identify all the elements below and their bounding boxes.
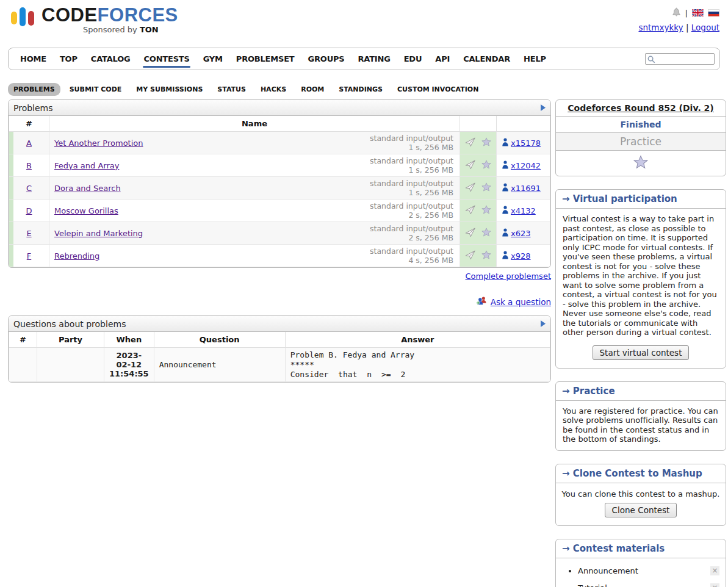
bell-icon[interactable] [672, 7, 681, 19]
star-icon[interactable] [633, 161, 648, 171]
problem-letter-link[interactable]: B [26, 161, 32, 170]
solved-count-link[interactable]: x15178 [511, 139, 541, 148]
subnav-item[interactable]: ROOM [295, 83, 330, 96]
problem-row: E Velepin and Marketing standard input/o… [9, 222, 550, 245]
solved-count-link[interactable]: x928 [511, 251, 531, 261]
problem-letter-link[interactable]: E [26, 229, 31, 238]
subnav-item[interactable]: PROBLEMS [8, 83, 60, 96]
close-icon[interactable]: × [710, 583, 719, 587]
star-icon[interactable] [481, 228, 491, 239]
problem-name-link[interactable]: Dora and Search [54, 184, 121, 193]
caption-arrow-icon[interactable] [541, 320, 546, 327]
problem-letter-link[interactable]: F [27, 251, 31, 261]
problem-name-link[interactable]: Moscow Gorillas [54, 206, 118, 215]
problem-letter-cell: D [9, 200, 49, 222]
virtual-caption: → Virtual participation [556, 190, 726, 209]
page-header: CODEFORCES Sponsored by TON | sntmxykky … [0, 0, 728, 44]
material-item[interactable]: Tutorial × [578, 583, 726, 587]
main-nav-item[interactable]: CALENDAR [456, 49, 517, 69]
problem-row: B Fedya and Array standard input/output … [9, 154, 550, 177]
problem-letter-cell: A [9, 132, 49, 154]
problem-actions-cell [460, 177, 497, 200]
subnav-item[interactable]: CUSTOM INVOCATION [392, 83, 484, 96]
main-nav-item[interactable]: CATALOG [84, 49, 137, 69]
solved-count-link[interactable]: x11691 [511, 184, 541, 193]
main-nav-item[interactable]: GYM [196, 49, 229, 69]
subnav-item[interactable]: STATUS [212, 83, 251, 96]
problem-name-link[interactable]: Yet Another Promotion [54, 139, 143, 148]
paper-plane-icon[interactable] [465, 250, 476, 262]
star-icon[interactable] [481, 160, 491, 171]
paper-plane-icon[interactable] [465, 182, 476, 194]
codeforces-logo[interactable]: CODEFORCES Sponsored by TON [9, 5, 178, 44]
virtual-participation-box: → Virtual participation Virtual contest … [555, 189, 726, 369]
main-nav-item[interactable]: CONTESTS [137, 49, 196, 69]
logout-link[interactable]: Logout [691, 23, 719, 32]
solved-count-link[interactable]: x623 [511, 229, 531, 238]
paper-plane-icon[interactable] [465, 205, 476, 217]
complete-problemset-link[interactable]: Complete problemset [466, 272, 551, 281]
solved-count-link[interactable]: x4132 [511, 206, 536, 215]
material-label[interactable]: Tutorial [578, 583, 607, 587]
close-icon[interactable]: × [710, 566, 719, 575]
problem-name-cell: Moscow Gorillas standard input/output 2 … [49, 200, 460, 222]
material-item[interactable]: Announcement × [578, 566, 726, 575]
star-icon[interactable] [481, 205, 491, 216]
problem-io-limits: standard input/output 1 s, 256 MB [370, 134, 455, 152]
problem-row: C Dora and Search standard input/output … [9, 177, 550, 200]
subnav-item[interactable]: SUBMIT CODE [64, 83, 128, 96]
logo-tagline: Sponsored by TON [9, 25, 178, 34]
start-virtual-contest-button[interactable]: Start virtual contest [593, 345, 690, 360]
main-nav-item[interactable]: PROBLEMSET [229, 49, 301, 69]
star-icon[interactable] [481, 250, 491, 261]
star-icon[interactable] [481, 182, 491, 193]
paper-plane-icon[interactable] [465, 228, 476, 239]
main-nav-item[interactable]: EDU [397, 49, 429, 69]
problem-name-cell: Dora and Search standard input/output 1 … [49, 177, 460, 200]
problem-name-link[interactable]: Fedya and Array [54, 161, 119, 170]
problem-actions-cell [460, 222, 497, 245]
main-nav-item[interactable]: API [428, 49, 456, 69]
clone-contest-button[interactable]: Clone Contest [605, 503, 677, 517]
contest-title-link[interactable]: Codeforces Round 852 (Div. 2) [568, 103, 713, 113]
caption-arrow-icon[interactable] [541, 104, 546, 111]
problem-name-link[interactable]: Velepin and Marketing [54, 229, 143, 238]
username-link[interactable]: sntmxykky [638, 23, 683, 32]
contest-state: Finished [556, 117, 726, 133]
main-nav-item[interactable]: HELP [517, 49, 553, 69]
paper-plane-icon[interactable] [465, 160, 476, 171]
logo-text: CODEFORCES [41, 5, 178, 26]
problem-io-limits: standard input/output 1 s, 256 MB [370, 156, 455, 175]
problem-letter-link[interactable]: A [26, 139, 32, 148]
flag-ru-icon[interactable] [708, 9, 719, 16]
problem-row: D Moscow Gorillas standard input/output … [9, 200, 550, 222]
contest-info-box: Codeforces Round 852 (Div. 2) Finished P… [555, 99, 726, 176]
problem-letter-link[interactable]: C [26, 184, 32, 193]
problem-letter-link[interactable]: D [26, 206, 32, 215]
problem-name-cell: Rebrending standard input/output 4 s, 25… [49, 245, 460, 267]
question-row: 2023-02-12 11:54:55 Announcement Problem… [9, 348, 550, 382]
problem-io-limits: standard input/output 2 s, 256 MB [370, 201, 455, 220]
flag-uk-icon[interactable] [692, 9, 704, 16]
subnav-item[interactable]: HACKS [255, 83, 292, 96]
paper-plane-icon[interactable] [465, 137, 476, 149]
problems-box: Problems # Name A Yet Another Promotion [8, 99, 551, 268]
main-nav-item[interactable]: GROUPS [301, 49, 351, 69]
question-num [9, 348, 37, 382]
material-label[interactable]: Announcement [578, 566, 638, 575]
questions-caption: Questions about problems [13, 319, 126, 329]
subnav-item[interactable]: STANDINGS [333, 83, 388, 96]
main-nav-item[interactable]: HOME [13, 49, 53, 69]
main-nav-item[interactable]: TOP [53, 49, 84, 69]
subnav-item[interactable]: MY SUBMISSIONS [131, 83, 208, 96]
problem-letter-cell: C [9, 177, 49, 200]
ask-question-link[interactable]: Ask a question [491, 297, 551, 307]
problem-io-limits: standard input/output 4 s, 256 MB [370, 247, 455, 265]
main-nav-item[interactable]: RATING [351, 49, 397, 69]
problems-col-solved [497, 116, 550, 132]
problem-name-link[interactable]: Rebrending [54, 251, 99, 261]
problem-solved-cell: x928 [497, 245, 550, 267]
solved-count-link[interactable]: x12042 [511, 161, 541, 170]
star-icon[interactable] [481, 137, 491, 148]
practice-text: You are registered for practice. You can… [556, 401, 726, 450]
